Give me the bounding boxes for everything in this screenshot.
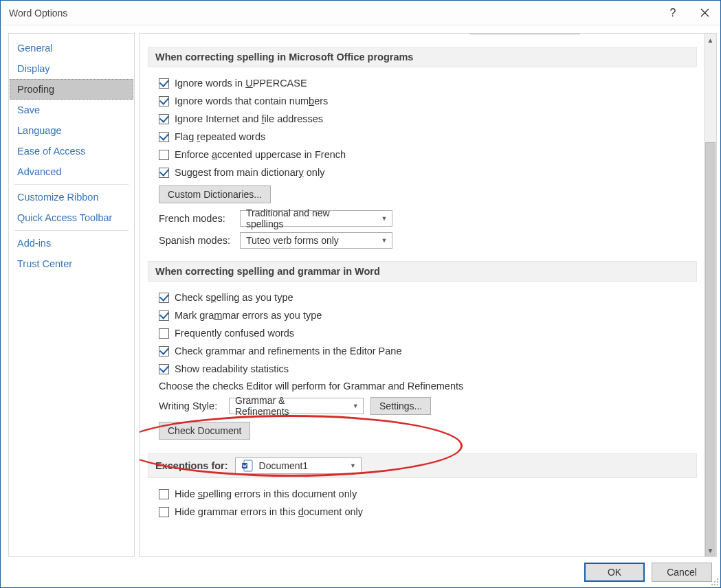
help-button[interactable]: ? [657, 1, 689, 25]
opt-check-spelling-as-you-type[interactable]: Check spelling as you type [148, 289, 697, 306]
choose-checks-text: Choose the checks Editor will perform fo… [148, 378, 697, 394]
checkbox-icon [159, 96, 169, 106]
scroll-up-arrow-icon[interactable]: ▲ [705, 34, 716, 46]
chevron-down-icon: ▼ [351, 398, 360, 414]
sidebar-item-advanced[interactable]: Advanced [9, 161, 134, 182]
opt-flag-repeated[interactable]: Flag repeated words [148, 128, 697, 146]
opt-label: Check grammar and refinements in the Edi… [175, 346, 401, 357]
word-options-dialog: Word Options ? General Display Proofing … [0, 0, 721, 588]
checkbox-icon [159, 507, 169, 517]
section-header-spell-office: When correcting spelling in Microsoft Of… [148, 47, 697, 67]
opt-label: Ignore words that contain numbers [175, 95, 328, 106]
chevron-down-icon: ▼ [379, 211, 389, 226]
chevron-down-icon: ▼ [379, 233, 389, 248]
checkbox-icon [159, 293, 169, 303]
opt-hide-spelling-errors[interactable]: Hide spelling errors in this document on… [148, 485, 697, 503]
svg-point-3 [714, 581, 716, 583]
vertical-scrollbar[interactable]: ▲ ▼ [704, 34, 716, 556]
exceptions-label: Exceptions for: [155, 460, 228, 471]
exceptions-document-dropdown[interactable]: Document1 ▼ [235, 457, 362, 474]
spanish-modes-dropdown[interactable]: Tuteo verb forms only ▼ [240, 232, 392, 249]
opt-check-grammar-refinements[interactable]: Check grammar and refinements in the Edi… [148, 342, 697, 360]
checkbox-icon [159, 489, 169, 499]
check-document-button[interactable]: Check Document [159, 422, 250, 440]
svg-point-5 [711, 584, 713, 585]
opt-ignore-internet[interactable]: Ignore Internet and file addresses [148, 110, 697, 128]
sidebar-item-quick-access-toolbar[interactable]: Quick Access Toolbar [9, 207, 134, 228]
content-pane: Change how Word corrects and formats tex… [139, 33, 717, 557]
opt-hide-grammar-errors[interactable]: Hide grammar errors in this document onl… [148, 503, 697, 521]
section-header-spell-grammar-word: When correcting spelling and grammar in … [148, 261, 697, 282]
opt-frequently-confused-words[interactable]: Frequently confused words [148, 324, 697, 342]
scroll-down-arrow-icon[interactable]: ▼ [705, 544, 716, 556]
opt-label: Suggest from main dictionary only [175, 167, 324, 178]
opt-label: Hide spelling errors in this document on… [175, 488, 357, 499]
opt-label: Enforce accented uppercase in French [175, 149, 346, 160]
french-modes-dropdown[interactable]: Traditional and new spellings ▼ [240, 210, 392, 227]
sidebar: General Display Proofing Save Language E… [8, 33, 135, 557]
dropdown-value: Tuteo verb forms only [246, 235, 339, 246]
opt-label: Show readability statistics [175, 363, 289, 374]
opt-mark-grammar-as-you-type[interactable]: Mark grammar errors as you type [148, 306, 697, 324]
svg-point-6 [714, 584, 716, 585]
resize-grip-icon[interactable] [709, 576, 719, 586]
opt-main-dictionary-only[interactable]: Suggest from main dictionary only [148, 163, 697, 181]
close-button[interactable] [689, 1, 720, 25]
settings-button[interactable]: Settings... [370, 397, 431, 415]
close-icon [700, 8, 709, 17]
dropdown-value: Document1 [259, 460, 309, 471]
dropdown-value: Grammar & Refinements [235, 395, 340, 417]
dropdown-value: Traditional and new spellings [246, 207, 368, 229]
checkbox-icon [159, 310, 169, 321]
opt-label: Frequently confused words [175, 328, 294, 339]
dialog-footer: OK Cancel [584, 563, 712, 582]
custom-dictionaries-button[interactable]: Custom Dictionaries... [159, 185, 271, 203]
sidebar-item-language[interactable]: Language [9, 120, 134, 141]
writing-style-dropdown[interactable]: Grammar & Refinements ▼ [229, 398, 364, 414]
sidebar-item-save[interactable]: Save [9, 100, 134, 120]
opt-label: Flag repeated words [175, 131, 265, 142]
svg-point-7 [717, 584, 718, 585]
ok-button[interactable]: OK [584, 563, 645, 582]
opt-label: Mark grammar errors as you type [175, 310, 322, 321]
checkbox-icon [159, 114, 169, 124]
opt-ignore-uppercase[interactable]: Ignore words in UPPERCASE [148, 74, 697, 92]
svg-point-4 [717, 581, 718, 583]
window-title: Word Options [9, 8, 67, 19]
sidebar-item-proofing[interactable]: Proofing [10, 79, 133, 100]
sidebar-item-display[interactable]: Display [9, 58, 134, 79]
checkbox-icon [159, 150, 169, 160]
opt-label: Check spelling as you type [175, 292, 293, 303]
document-icon [241, 460, 254, 472]
writing-style-label: Writing Style: [159, 400, 222, 411]
sidebar-item-customize-ribbon[interactable]: Customize Ribbon [9, 187, 134, 207]
opt-label: Ignore Internet and file addresses [175, 113, 323, 124]
sidebar-item-ease-of-access[interactable]: Ease of Access [9, 141, 134, 161]
opt-ignore-numbers[interactable]: Ignore words that contain numbers [148, 92, 697, 110]
checkbox-icon [159, 132, 169, 142]
exceptions-header: Exceptions for: Document1 ▼ [148, 453, 697, 478]
checkbox-icon [159, 346, 169, 357]
checkbox-icon [159, 78, 169, 89]
scroll-track[interactable] [705, 46, 716, 544]
opt-show-readability[interactable]: Show readability statistics [148, 360, 697, 378]
french-modes-label: French modes: [159, 213, 233, 224]
opt-label: Ignore words in UPPERCASE [175, 78, 307, 89]
sidebar-item-general[interactable]: General [9, 38, 134, 58]
opt-label: Hide grammar errors in this document onl… [175, 506, 363, 517]
autocorrect-options-button[interactable]: AutoCorrect Options... [469, 33, 580, 34]
svg-point-2 [717, 578, 718, 580]
opt-enforce-french-accent[interactable]: Enforce accented uppercase in French [148, 146, 697, 163]
cancel-button[interactable]: Cancel [652, 563, 712, 582]
sidebar-divider [14, 184, 129, 185]
checkbox-icon [159, 364, 169, 374]
sidebar-item-trust-center[interactable]: Trust Center [9, 253, 134, 274]
checkbox-icon [159, 168, 169, 178]
checkbox-icon [159, 328, 169, 339]
scroll-thumb[interactable] [705, 142, 716, 557]
cutoff-row: Change how Word corrects and formats tex… [148, 33, 697, 37]
sidebar-item-add-ins[interactable]: Add-ins [9, 233, 134, 253]
titlebar: Word Options ? [1, 1, 720, 25]
sidebar-divider [14, 230, 129, 231]
chevron-down-icon: ▼ [348, 458, 358, 473]
